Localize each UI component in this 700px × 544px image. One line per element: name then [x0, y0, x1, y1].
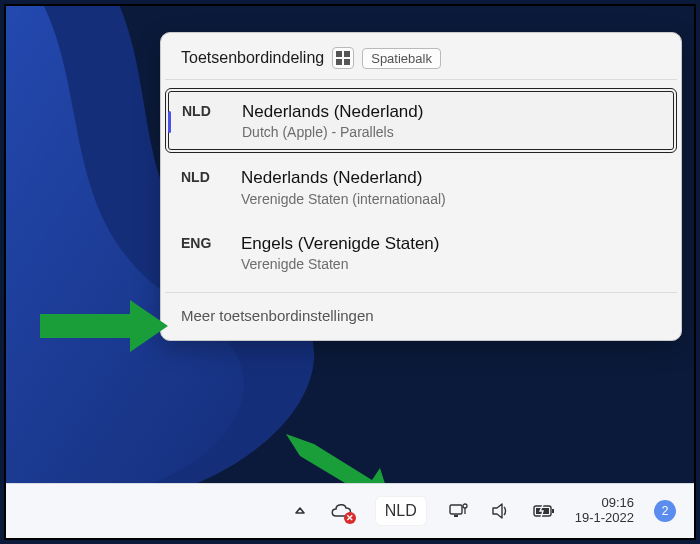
- layout-list: NLD Nederlands (Nederland) Dutch (Apple)…: [161, 80, 681, 284]
- clock-time: 09:16: [575, 496, 634, 511]
- layout-item-nld-apple[interactable]: NLD Nederlands (Nederland) Dutch (Apple)…: [165, 88, 677, 153]
- svg-rect-1: [344, 51, 350, 57]
- svg-rect-2: [336, 59, 342, 65]
- taskbar: ✕ NLD 09:16 19-1-2022 2: [6, 483, 694, 538]
- layout-sub: Verenigde Staten (internationaal): [241, 191, 661, 207]
- flyout-title: Toetsenbordindeling: [181, 49, 324, 67]
- svg-marker-4: [40, 300, 168, 352]
- onedrive-tray-icon[interactable]: ✕: [321, 491, 361, 531]
- svg-rect-7: [454, 515, 458, 517]
- layout-code: NLD: [182, 101, 242, 140]
- layout-language: Nederlands (Nederland): [241, 167, 661, 188]
- svg-rect-0: [336, 51, 342, 57]
- svg-rect-3: [344, 59, 350, 65]
- win-key-icon: [332, 47, 354, 69]
- layout-language: Engels (Verenigde Staten): [241, 233, 661, 254]
- layout-sub: Dutch (Apple) - Parallels: [242, 124, 660, 140]
- layout-code: ENG: [181, 233, 241, 272]
- layout-code: NLD: [181, 167, 241, 206]
- more-keyboard-settings-link[interactable]: Meer toetsenbordinstellingen: [161, 293, 681, 340]
- flyout-header: Toetsenbordindeling Spatiebalk: [161, 33, 681, 79]
- battery-tray-icon[interactable]: [525, 491, 563, 531]
- clock-date: 19-1-2022: [575, 511, 634, 526]
- taskbar-clock[interactable]: 09:16 19-1-2022: [569, 496, 640, 526]
- svg-point-8: [463, 504, 467, 508]
- notification-center-button[interactable]: 2: [646, 491, 684, 531]
- svg-rect-6: [450, 505, 462, 514]
- keyboard-layout-flyout: Toetsenbordindeling Spatiebalk NLD Neder…: [160, 32, 682, 341]
- layout-item-eng-us[interactable]: ENG Engels (Verenigde Staten) Verenigde …: [165, 221, 677, 284]
- notification-count-badge: 2: [654, 500, 676, 522]
- layout-item-nld-usintl[interactable]: NLD Nederlands (Nederland) Verenigde Sta…: [165, 155, 677, 218]
- language-indicator-label: NLD: [375, 496, 427, 526]
- annotation-arrow-icon: [40, 296, 170, 356]
- network-tray-icon[interactable]: [441, 491, 477, 531]
- language-indicator-button[interactable]: NLD: [367, 491, 435, 531]
- volume-tray-icon[interactable]: [483, 491, 519, 531]
- layout-sub: Verenigde Staten: [241, 256, 661, 272]
- spacebar-key-label: Spatiebalk: [362, 48, 441, 69]
- layout-language: Nederlands (Nederland): [242, 101, 660, 122]
- tray-overflow-button[interactable]: [285, 491, 315, 531]
- error-badge-icon: ✕: [344, 512, 356, 524]
- svg-rect-10: [552, 509, 554, 513]
